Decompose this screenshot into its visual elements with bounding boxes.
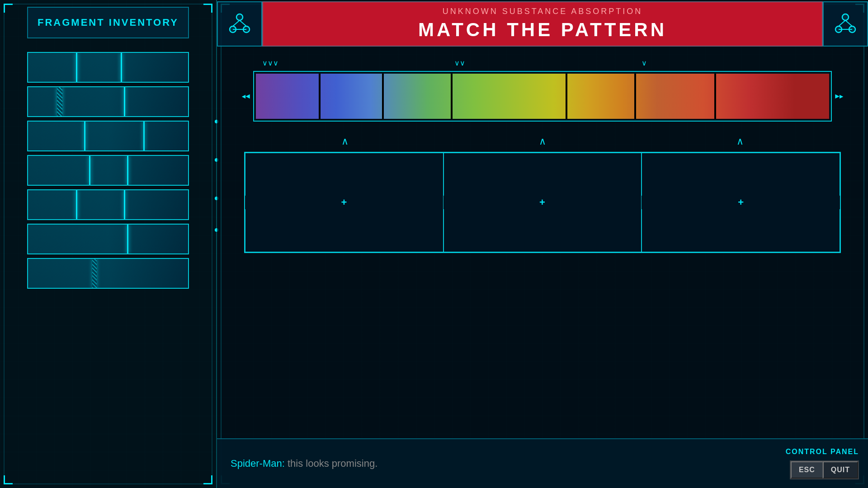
dialog-text-area: Spider-Man: this looks promising.: [217, 451, 777, 476]
main-title-text: MATCH THE PATTERN: [418, 19, 667, 41]
fragment-item-1[interactable]: [27, 52, 189, 83]
fragment-item-5[interactable]: [27, 189, 189, 220]
left-panel: FRAGMENT INVENTORY: [0, 0, 217, 488]
fragment-item-4[interactable]: [27, 155, 189, 186]
fragment-item-7[interactable]: [27, 258, 189, 289]
placement-cell-2-2[interactable]: [443, 209, 642, 252]
spectrum-right-arrow: ►: [834, 92, 841, 100]
plus-icon-2: +: [539, 197, 545, 208]
placement-arrow-col-2: ∧: [444, 136, 642, 147]
placement-cell-2-3[interactable]: [642, 209, 840, 252]
placement-arrow-col-1: ∧: [246, 136, 444, 147]
esc-quit-buttons: ESC QUIT: [790, 460, 859, 479]
placement-area: ∧ ∧ ∧ + +: [244, 136, 841, 253]
placement-grid: + + +: [244, 152, 841, 253]
fragments-list: [0, 45, 216, 296]
placement-cell-2-1[interactable]: [245, 209, 443, 252]
svg-line-10: [845, 20, 852, 26]
title-banner: UNKNOWN SUBSTANCE ABSORPTION MATCH THE P…: [262, 1, 823, 47]
right-panel: UNKNOWN SUBSTANCE ABSORPTION MATCH THE P…: [217, 0, 868, 488]
top-header: UNKNOWN SUBSTANCE ABSORPTION MATCH THE P…: [217, 0, 868, 47]
svg-line-3: [233, 20, 240, 26]
fragment-inventory-header: FRAGMENT INVENTORY: [27, 7, 189, 38]
molecule-icon-right: [823, 1, 868, 47]
placement-cell-1-1[interactable]: [245, 153, 443, 196]
marker-arrow-6: ∨: [642, 59, 647, 67]
marker-arrow-3: ∨: [273, 59, 278, 67]
marker-arrow-2: ∨: [268, 59, 273, 67]
dialog-speaker: Spider-Man:: [231, 458, 285, 469]
divider-col-1: +: [245, 196, 443, 209]
marker-arrow-4: ∨: [454, 59, 460, 67]
fragment-item-3[interactable]: [27, 121, 189, 151]
subtitle-text: UNKNOWN SUBSTANCE ABSORPTION: [443, 7, 643, 16]
placement-cell-1-3[interactable]: [642, 153, 840, 196]
placement-cell-1-2[interactable]: [443, 153, 642, 196]
control-panel-area: CONTROL PANEL ESC QUIT: [777, 443, 868, 484]
fragment-item-2[interactable]: [27, 86, 189, 117]
placement-arrows-row: ∧ ∧ ∧: [244, 136, 841, 147]
svg-point-6: [842, 14, 849, 20]
up-arrow-1: ∧: [341, 136, 349, 147]
plus-icon-3: +: [738, 197, 744, 208]
divider-col-2: +: [443, 196, 642, 209]
spectrum-frame: [253, 71, 832, 122]
spectrum-bar: [256, 74, 829, 119]
marker-arrow-5: ∨: [460, 59, 465, 67]
svg-line-9: [839, 20, 845, 26]
dialog-message: this looks promising.: [285, 458, 377, 469]
spectrum-markers-top: ∨ ∨ ∨ ∨ ∨ ∨: [244, 59, 841, 67]
fragment-inventory-title: FRAGMENT INVENTORY: [33, 17, 184, 28]
up-arrow-3: ∧: [736, 136, 744, 147]
quit-button[interactable]: QUIT: [823, 461, 858, 479]
dialog-text: Spider-Man: this looks promising.: [231, 458, 377, 469]
up-arrow-2: ∧: [539, 136, 546, 147]
svg-line-4: [240, 20, 246, 26]
plus-icon-1: +: [341, 197, 347, 208]
molecule-icon-left: [217, 1, 262, 47]
esc-button[interactable]: ESC: [791, 461, 823, 479]
marker-arrow-1: ∨: [262, 59, 268, 67]
divider-col-3: +: [642, 196, 840, 209]
spectrum-container: ∨ ∨ ∨ ∨ ∨ ∨ ◄: [244, 59, 841, 122]
placement-arrow-col-3: ∧: [641, 136, 839, 147]
control-panel-label: CONTROL PANEL: [786, 448, 859, 456]
fragment-item-6[interactable]: [27, 224, 189, 254]
svg-point-0: [236, 14, 243, 20]
bottom-bar: Spider-Man: this looks promising. CONTRO…: [217, 438, 868, 488]
